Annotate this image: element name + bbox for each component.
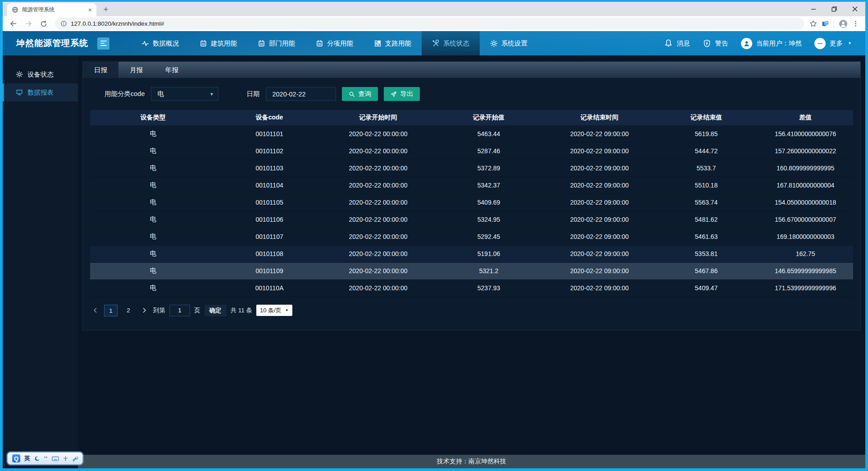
goto-page-input[interactable] [169, 305, 190, 316]
table-row[interactable]: 电001011052020-02-22 00:00:005409.692020-… [90, 194, 853, 211]
column-header: 设备类型 [90, 110, 216, 125]
pagination: 1 2 到第 页 确定 共 11 条 10 条/页 ▼ [90, 305, 853, 316]
table-cell: 157.26000000000022 [758, 142, 853, 160]
sidebar: 设备状态 数据报表 [3, 55, 78, 468]
qq-input-icon[interactable]: Q [12, 454, 20, 462]
menu-label: 支路用能 [385, 39, 411, 48]
table-row[interactable]: 电001011072020-02-22 00:00:005292.452020-… [90, 228, 853, 245]
url-text: 127.0.0.1:8020/krznnh/index.html# [71, 20, 164, 27]
more-button[interactable]: 更多 ▼ [814, 38, 852, 49]
table-row[interactable]: 电001011062020-02-22 00:00:005324.952020-… [90, 211, 853, 228]
table-row[interactable]: 电001011012020-02-22 00:00:005463.442020-… [90, 125, 853, 142]
language-mode-label[interactable]: 英 [24, 454, 30, 462]
table-cell: 电 [90, 245, 216, 262]
globe-icon [12, 6, 18, 13]
export-button[interactable]: 导出 [384, 87, 420, 101]
messages-button[interactable]: 消息 [664, 39, 690, 48]
window-restore-button[interactable] [824, 2, 845, 16]
table-row[interactable]: 电001011082020-02-22 00:00:005191.062020-… [90, 245, 853, 262]
category-select[interactable]: 电 ▼ [151, 87, 218, 101]
table-row[interactable]: 电001011022020-02-22 00:00:005287.462020-… [90, 142, 853, 160]
mode-toggle-icon[interactable] [63, 456, 68, 462]
new-tab-button[interactable]: + [100, 4, 112, 15]
tab-yearly-report[interactable]: 年报 [154, 62, 190, 78]
main-content: 日报 月报 年报 用能分类code 电 ▼ 日期 [78, 55, 865, 455]
table-cell: 5191.06 [433, 245, 544, 262]
table-cell: 5353.81 [655, 245, 758, 262]
wrench-icon[interactable] [72, 456, 78, 462]
column-header: 记录结束时间 [544, 110, 655, 125]
table-cell: 2020-02-22 00:00:00 [323, 142, 434, 160]
keyboard-icon[interactable] [52, 456, 59, 462]
tab-daily-report[interactable]: 日报 [83, 62, 118, 78]
window-close-button[interactable] [845, 2, 865, 16]
current-user[interactable]: 当前用户：坤然 [741, 38, 802, 49]
table-cell: 2020-02-22 09:00:00 [544, 125, 655, 142]
prev-page-icon[interactable] [90, 305, 100, 316]
table-cell: 5510.18 [655, 177, 758, 194]
menu-item-system-settings[interactable]: 系统设置 [480, 31, 538, 55]
tab-monthly-report[interactable]: 月报 [118, 62, 154, 78]
next-page-icon[interactable] [139, 305, 149, 316]
menu-item-branch-energy[interactable]: 支路用能 [364, 31, 422, 55]
table-cell: 5619.85 [655, 125, 758, 142]
table-row[interactable]: 电0010110A2020-02-22 00:00:005237.932020-… [90, 279, 853, 297]
table-cell: 2020-02-22 09:00:00 [544, 142, 655, 160]
search-button[interactable]: 查询 [342, 87, 378, 101]
page-number-2[interactable]: 2 [122, 305, 135, 316]
punctuation-icon[interactable]: '' [44, 455, 48, 462]
sidebar-toggle-button[interactable] [97, 37, 109, 50]
table-cell: 2020-02-22 09:00:00 [544, 228, 655, 245]
table-row[interactable]: 电001011092020-02-22 00:00:005321.22020-0… [90, 262, 853, 279]
browser-tab[interactable]: 能源管理系统 × [7, 3, 96, 16]
table-cell: 5321.2 [433, 262, 544, 279]
table-cell: 电 [90, 228, 216, 245]
back-icon[interactable] [7, 18, 19, 30]
alerts-button[interactable]: 警告 [703, 39, 728, 48]
forward-icon[interactable] [23, 18, 34, 30]
table-row[interactable]: 电001011032020-02-22 00:00:005372.892020-… [90, 160, 853, 177]
table-cell: 00101105 [216, 194, 323, 211]
sidebar-item-device-status[interactable]: 设备状态 [3, 65, 78, 83]
chevron-down-icon: ▼ [848, 41, 852, 46]
address-bar[interactable]: 127.0.0.1:8020/krznnh/index.html# [55, 18, 804, 30]
table-cell: 5342.37 [433, 177, 544, 194]
menu-item-subitem-energy[interactable]: 分项用能 [305, 31, 364, 55]
clipboard-icon [200, 40, 207, 47]
tab-close-icon[interactable]: × [88, 6, 92, 14]
window-minimize-button[interactable] [803, 2, 824, 16]
table-cell: 2020-02-22 09:00:00 [544, 262, 655, 279]
clipboard-icon [316, 40, 323, 47]
menu-item-building-energy[interactable]: 建筑用能 [189, 31, 247, 55]
moon-icon[interactable] [34, 456, 40, 462]
activity-icon [141, 40, 149, 47]
reload-icon[interactable] [38, 18, 50, 30]
site-info-icon[interactable] [60, 20, 67, 27]
sidebar-item-data-report[interactable]: 数据报表 [3, 83, 78, 101]
gear-icon [490, 40, 498, 47]
menu-item-data-overview[interactable]: 数据概况 [131, 31, 189, 55]
menu-item-department-energy[interactable]: 部门用能 [247, 31, 305, 55]
page-size-select[interactable]: 10 条/页 ▼ [256, 305, 292, 316]
app-navbar: 坤然能源管理系统 数据概况 建筑用能 [3, 31, 865, 55]
report-table-header-row: 设备类型设备code记录开始时间记录开始值记录结束时间记录结束值差值 [90, 110, 853, 125]
browser-menu-icon[interactable] [852, 20, 859, 27]
table-cell: 2020-02-22 00:00:00 [323, 211, 434, 228]
browser-tabstrip: 能源管理系统 × + [3, 2, 865, 16]
page-number-1[interactable]: 1 [104, 305, 118, 316]
confirm-button[interactable]: 确定 [205, 305, 227, 316]
extension-icon[interactable] [822, 20, 829, 27]
menu-item-system-status[interactable]: 系统状态 [422, 31, 480, 55]
chevron-down-icon: ▼ [210, 92, 214, 96]
table-cell: 5461.63 [655, 228, 758, 245]
bookmark-star-icon[interactable] [809, 20, 817, 27]
table-cell: 5324.95 [433, 211, 544, 228]
browser-profile-avatar[interactable] [839, 19, 848, 28]
shield-lightning-icon [703, 39, 711, 48]
ime-toolbar[interactable]: Q 英 '' [7, 452, 83, 465]
date-input[interactable] [266, 87, 336, 101]
footer: 技术支持：南京坤然科技 [78, 455, 865, 468]
table-row[interactable]: 电001011042020-02-22 00:00:005342.372020-… [90, 177, 853, 194]
table-cell: 156.67000000000007 [758, 211, 853, 228]
column-header: 记录开始值 [433, 110, 544, 125]
